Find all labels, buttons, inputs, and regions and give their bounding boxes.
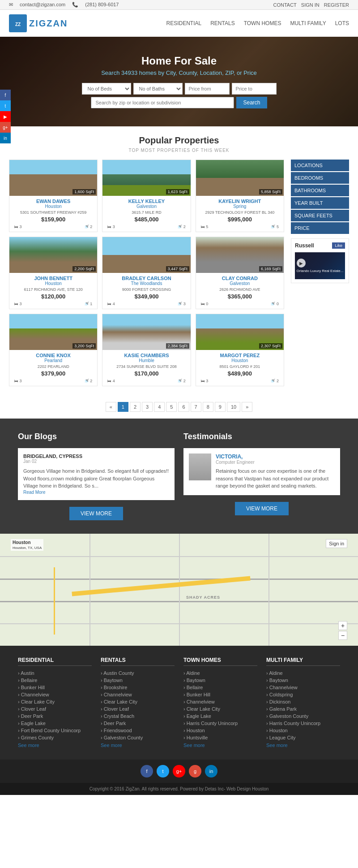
footer-facebook-button[interactable]: f xyxy=(141,765,153,777)
page-8-button[interactable]: 8 xyxy=(203,402,213,412)
play-button[interactable]: ▶ xyxy=(297,259,306,268)
footer-link[interactable]: Channelview xyxy=(266,685,340,690)
footer-link[interactable]: Baytown xyxy=(266,678,340,683)
footer-link[interactable]: Houston xyxy=(183,728,257,733)
page-10-button[interactable]: 10 xyxy=(227,402,240,412)
nav-residential[interactable]: RESIDENTIAL xyxy=(166,20,201,26)
footer-link[interactable]: Dickinson xyxy=(266,699,340,704)
property-card-8[interactable]: 2,307 SqFt MARGOT PEREZ Houston 8501 GAY… xyxy=(196,314,284,386)
footer-link[interactable]: Bellaire xyxy=(18,678,92,683)
property-card-4[interactable]: 3,447 SqFt BRADLEY CARLSON The Woodlands… xyxy=(102,237,191,309)
baths-select[interactable]: No of Baths 12345+ xyxy=(133,83,183,95)
filter-yearbuilt[interactable]: YEAR BUILT xyxy=(291,197,349,209)
footer-link[interactable]: Bunker Hill xyxy=(18,685,92,690)
search-button[interactable]: Search xyxy=(236,97,267,108)
property-card-5[interactable]: 6,169 SqFt CLAY CONRAD Galveston 2626 RI… xyxy=(196,237,284,309)
testi-view-more-button[interactable]: VIEW MORE xyxy=(235,502,289,515)
linkedin-button[interactable]: in xyxy=(0,133,11,143)
property-card-0[interactable]: 1,600 SqFt EWAN DAWES Houston 5301 SOUTH… xyxy=(9,160,98,232)
page-6-button[interactable]: 6 xyxy=(178,402,189,412)
footer-link[interactable]: Clear Lake City xyxy=(101,699,175,704)
facebook-button[interactable]: f xyxy=(0,90,11,100)
footer-link[interactable]: Grimes County xyxy=(18,735,92,740)
beds-select[interactable]: No of Beds 12345+ xyxy=(82,83,131,95)
filter-price[interactable]: PRICE xyxy=(291,222,349,234)
footer-link[interactable]: Channelview xyxy=(183,699,257,704)
twitter-button[interactable]: t xyxy=(0,100,11,111)
page-7-button[interactable]: 7 xyxy=(191,402,201,412)
multifamily-see-more[interactable]: See more xyxy=(266,743,288,748)
property-card-7[interactable]: 2,384 SqFt KASIE CHAMBERS Humble 2734 SU… xyxy=(102,314,191,386)
page-3-button[interactable]: 3 xyxy=(142,402,153,412)
footer-link[interactable]: Galveston County xyxy=(101,735,175,740)
footer-link[interactable]: Clover Leaf xyxy=(18,706,92,712)
footer-linkedin-button[interactable]: in xyxy=(205,765,217,777)
read-more-link[interactable]: Read More xyxy=(23,490,169,495)
footer-link[interactable]: Eagle Lake xyxy=(183,713,257,719)
footer-link[interactable]: Galveston County xyxy=(266,713,340,719)
logo[interactable]: ZZ ZIGZAN xyxy=(9,14,68,32)
like-button[interactable]: Like xyxy=(332,242,345,249)
filter-bathrooms[interactable]: BATHROOMS xyxy=(291,185,349,196)
next-page-button[interactable]: » xyxy=(242,402,252,412)
search-input[interactable] xyxy=(91,97,234,108)
page-9-button[interactable]: 9 xyxy=(215,402,226,412)
footer-link[interactable]: Bellaire xyxy=(183,685,257,690)
footer-link[interactable]: Austin xyxy=(18,670,92,676)
rentals-see-more[interactable]: See more xyxy=(101,743,122,748)
footer-link[interactable]: Eagle Lake xyxy=(18,721,92,726)
page-4-button[interactable]: 4 xyxy=(154,402,165,412)
footer-link[interactable]: Channelview xyxy=(101,692,175,697)
nav-rentals[interactable]: RENTALS xyxy=(210,20,234,26)
filter-locations[interactable]: LOCATIONS xyxy=(291,160,349,171)
zoom-out-button[interactable]: − xyxy=(338,631,347,640)
register-link[interactable]: REGISTER xyxy=(324,2,349,8)
property-card-6[interactable]: 3,200 SqFt CONNIE KNOX Pearland 2202 PEA… xyxy=(9,314,98,386)
page-2-button[interactable]: 2 xyxy=(130,402,141,412)
footer-link[interactable]: Austin County xyxy=(101,670,175,676)
townhomes-see-more[interactable]: See more xyxy=(183,743,205,748)
prev-page-button[interactable]: « xyxy=(106,402,116,412)
footer-link[interactable]: Channelview xyxy=(18,692,92,697)
footer-link[interactable]: Galena Park xyxy=(266,706,340,712)
nav-lots[interactable]: LOTS xyxy=(335,20,349,26)
footer-link[interactable]: Clear Lake City xyxy=(183,706,257,712)
footer-link[interactable]: Deer Park xyxy=(101,721,175,726)
footer-link[interactable]: Deer Park xyxy=(18,713,92,719)
zoom-in-button[interactable]: + xyxy=(338,621,347,630)
residential-see-more[interactable]: See more xyxy=(18,743,39,748)
filter-bedrooms[interactable]: BEDROOMS xyxy=(291,172,349,184)
footer-link[interactable]: Brookshire xyxy=(101,685,175,690)
footer-link[interactable]: Aldine xyxy=(183,670,257,676)
signin-link[interactable]: SIGN IN xyxy=(301,2,320,8)
footer-link[interactable]: Crystal Beach xyxy=(101,713,175,719)
property-card-1[interactable]: 1,623 SqFt KELLY KELLEY Galveston 3615.7… xyxy=(102,160,191,232)
youtube-button[interactable]: ▶ xyxy=(0,111,11,122)
footer-link[interactable]: Baytown xyxy=(183,678,257,683)
page-5-button[interactable]: 5 xyxy=(166,402,177,412)
footer-youtube-button[interactable]: g+ xyxy=(173,765,185,777)
footer-twitter-button[interactable]: t xyxy=(157,765,169,777)
footer-link[interactable]: Harris County Unincorp xyxy=(266,721,340,726)
price-from-input[interactable] xyxy=(185,83,230,95)
googleplus-button[interactable]: g+ xyxy=(0,122,11,133)
footer-link[interactable]: Huntsville xyxy=(183,735,257,740)
footer-link[interactable]: Bunker Hill xyxy=(183,692,257,697)
footer-link[interactable]: Aldine xyxy=(266,670,340,676)
price-to-input[interactable] xyxy=(232,83,277,95)
nav-multifamily[interactable]: MULTI FAMILY xyxy=(290,20,326,26)
nav-townhomes[interactable]: TOWN HOMES xyxy=(244,20,281,26)
footer-link[interactable]: Houston xyxy=(266,728,340,733)
property-card-2[interactable]: 5,858 SqFt KAYELIN WRIGHT Spring 2929 TE… xyxy=(196,160,284,232)
property-card-3[interactable]: 2,200 SqFt JOHN BENNETT Houston 6117 RIC… xyxy=(9,237,98,309)
footer-link[interactable]: Clear Lake City xyxy=(18,699,92,704)
map-signin-button[interactable]: Sign in xyxy=(326,539,347,548)
footer-link[interactable]: Fort Bend County Unincorp xyxy=(18,728,92,733)
footer-link[interactable]: Clover Leaf xyxy=(101,706,175,712)
footer-link[interactable]: Baytown xyxy=(101,678,175,683)
footer-googleplus-button[interactable]: g xyxy=(189,765,201,777)
map-section[interactable]: SHADY ACRES HoustonHouston, TX, USA Sign… xyxy=(0,534,358,646)
contact-link[interactable]: CONTACT xyxy=(273,2,296,8)
blog-view-more-button[interactable]: VIEW MORE xyxy=(69,507,123,520)
footer-link[interactable]: Harris County Unincorp xyxy=(183,721,257,726)
